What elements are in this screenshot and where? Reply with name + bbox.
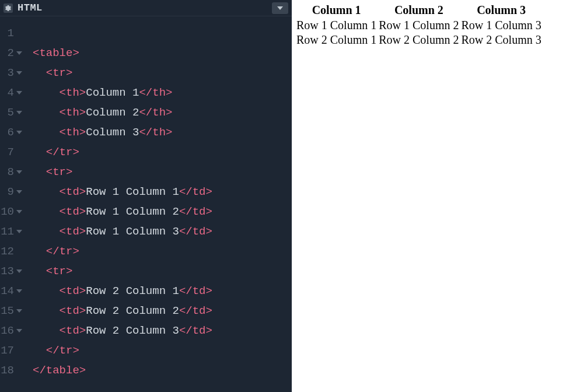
code-line[interactable]: </tr>: [33, 341, 292, 360]
table-cell: Row 1 Column 1: [295, 18, 378, 33]
line-number: 1: [0, 23, 25, 43]
table-cell: Row 2 Column 2: [378, 33, 460, 47]
code-line[interactable]: </tr>: [33, 242, 292, 261]
table-row: Row 1 Column 1 Row 1 Column 2 Row 1 Colu…: [295, 18, 543, 33]
line-number: 12: [0, 242, 25, 261]
collapse-button[interactable]: [272, 2, 288, 14]
line-number: 16: [0, 321, 25, 341]
fold-marker-icon[interactable]: [16, 170, 22, 174]
code-line[interactable]: <td>Row 1 Column 2</td>: [33, 202, 292, 222]
line-number: 7: [0, 142, 25, 162]
code-line[interactable]: <tr>: [33, 63, 292, 83]
code-lines[interactable]: <table> <tr> <th>Column 1</th> <th>Colum…: [29, 23, 292, 392]
line-number: 17: [0, 341, 25, 360]
gear-icon[interactable]: [4, 4, 13, 13]
fold-marker-icon[interactable]: [16, 329, 22, 332]
line-number: 2: [0, 43, 25, 63]
fold-marker-icon[interactable]: [16, 270, 22, 273]
editor-header: HTML: [0, 0, 292, 16]
code-line[interactable]: <th>Column 1</th>: [33, 83, 292, 103]
line-number: 18: [0, 360, 25, 380]
line-number: 10: [0, 202, 25, 222]
fold-marker-icon[interactable]: [16, 51, 22, 55]
code-line[interactable]: [33, 23, 292, 43]
code-line[interactable]: <td>Row 1 Column 3</td>: [33, 222, 292, 242]
line-number: 6: [0, 123, 25, 142]
code-line[interactable]: <td>Row 2 Column 3</td>: [33, 321, 292, 341]
table-cell: Row 2 Column 3: [460, 33, 543, 47]
line-number: 8: [0, 162, 25, 182]
fold-marker-icon[interactable]: [16, 91, 22, 94]
code-line[interactable]: <td>Row 1 Column 1</td>: [33, 182, 292, 202]
fold-marker-icon[interactable]: [16, 190, 22, 194]
line-number: 15: [0, 301, 25, 321]
gutter: 123456789101112131415161718: [0, 23, 29, 392]
table-header-row: Column 1 Column 2 Column 3: [295, 2, 543, 18]
table-row: Row 2 Column 1 Row 2 Column 2 Row 2 Colu…: [295, 33, 543, 47]
code-area[interactable]: 123456789101112131415161718 <table> <tr>…: [0, 16, 292, 392]
code-line[interactable]: <tr>: [33, 162, 292, 182]
line-number: 13: [0, 261, 25, 281]
line-number: 3: [0, 63, 25, 83]
table-cell: Row 1 Column 3: [460, 18, 543, 33]
line-number: 14: [0, 281, 25, 301]
code-line[interactable]: </tr>: [33, 142, 292, 162]
code-line[interactable]: <th>Column 3</th>: [33, 123, 292, 142]
fold-marker-icon[interactable]: [16, 111, 22, 114]
line-number: 4: [0, 83, 25, 103]
preview-pane: Column 1 Column 2 Column 3 Row 1 Column …: [292, 0, 566, 392]
table-header: Column 1: [295, 2, 378, 18]
line-number: 5: [0, 103, 25, 123]
fold-marker-icon[interactable]: [16, 131, 22, 134]
code-line[interactable]: <th>Column 2</th>: [33, 103, 292, 123]
table-cell: Row 1 Column 2: [378, 18, 460, 33]
code-line[interactable]: </table>: [33, 360, 292, 380]
code-line[interactable]: <td>Row 2 Column 1</td>: [33, 281, 292, 301]
code-line[interactable]: <tr>: [33, 261, 292, 281]
code-line[interactable]: <table>: [33, 43, 292, 63]
fold-marker-icon[interactable]: [16, 309, 22, 313]
table-header: Column 2: [378, 2, 460, 18]
table-cell: Row 2 Column 1: [295, 33, 378, 47]
editor-pane: HTML 123456789101112131415161718 <table>…: [0, 0, 292, 392]
fold-marker-icon[interactable]: [16, 230, 22, 233]
preview-table: Column 1 Column 2 Column 3 Row 1 Column …: [295, 2, 543, 47]
chevron-down-icon: [277, 6, 283, 10]
fold-marker-icon[interactable]: [16, 71, 22, 75]
fold-marker-icon[interactable]: [16, 289, 22, 293]
table-header: Column 3: [460, 2, 543, 18]
code-line[interactable]: <td>Row 2 Column 2</td>: [33, 301, 292, 321]
editor-title: HTML: [18, 2, 43, 13]
line-number: 11: [0, 222, 25, 242]
line-number: 9: [0, 182, 25, 202]
fold-marker-icon[interactable]: [16, 210, 22, 214]
